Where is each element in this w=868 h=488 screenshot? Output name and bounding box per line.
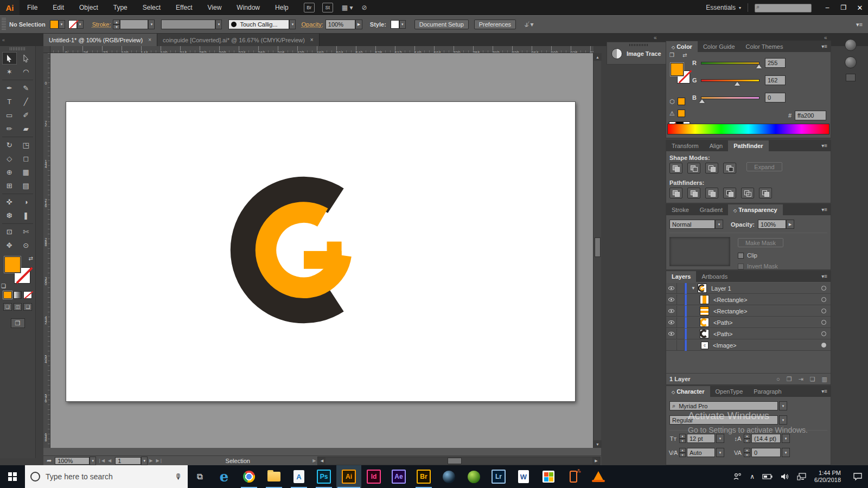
menu-view[interactable]: View bbox=[200, 0, 229, 15]
collapse-dock-icon[interactable]: « bbox=[654, 35, 657, 41]
shaper-tool[interactable]: ✏ bbox=[2, 123, 17, 135]
opacity-field[interactable]: 100% bbox=[758, 220, 786, 229]
dock-collapse-icon[interactable]: « bbox=[0, 34, 43, 46]
tab-color[interactable]: ◇Color bbox=[666, 41, 698, 52]
screen-mode-button[interactable]: ❐ bbox=[11, 318, 25, 328]
panel-menu-icon[interactable]: ▾≡ bbox=[856, 21, 863, 28]
panel-menu-icon[interactable]: ▾≡ bbox=[821, 271, 831, 282]
green-slider[interactable] bbox=[701, 79, 760, 82]
magic-wand-tool[interactable]: ✶ bbox=[2, 66, 17, 78]
align-glyphs-icon[interactable]: ⫝̸ ▾ bbox=[525, 21, 534, 28]
taskbar-bridge[interactable]: Br bbox=[411, 465, 436, 488]
close-button[interactable]: ✕ bbox=[852, 2, 868, 14]
taskbar-vlc[interactable] bbox=[586, 465, 611, 488]
close-icon[interactable]: × bbox=[310, 37, 314, 43]
vertical-ruler[interactable]: 72072144216288360432504576648 bbox=[43, 53, 50, 458]
scrollbar-thumb[interactable] bbox=[595, 237, 601, 257]
scroll-up-icon[interactable]: ▲ bbox=[593, 53, 602, 61]
scroll-right-icon[interactable]: ▶ bbox=[592, 457, 600, 465]
layer-name[interactable]: <Rectangle> bbox=[713, 308, 747, 314]
shape-builder-tool[interactable]: ⊕ bbox=[2, 166, 17, 178]
sync-disabled-icon[interactable]: ⊘ bbox=[361, 4, 367, 11]
minimize-button[interactable]: – bbox=[819, 2, 835, 14]
outline-button[interactable] bbox=[741, 188, 754, 198]
lasso-tool[interactable]: ◠ bbox=[18, 66, 33, 78]
tab-opentype[interactable]: OpenType bbox=[710, 386, 749, 397]
panel-menu-icon[interactable]: ▾≡ bbox=[821, 386, 831, 397]
minus-front-button[interactable] bbox=[687, 163, 700, 174]
collapsed-panel-icon[interactable] bbox=[846, 74, 856, 81]
collapse-dock-icon[interactable]: « bbox=[824, 35, 827, 41]
restore-button[interactable]: ❐ bbox=[835, 2, 852, 14]
column-graph-tool[interactable]: ❚ bbox=[18, 209, 33, 222]
visibility-toggle[interactable] bbox=[666, 329, 677, 339]
scale-tool[interactable]: ◳ bbox=[18, 139, 33, 151]
last-artboard-icon[interactable]: ▶❘ bbox=[156, 458, 163, 463]
eraser-tool[interactable]: ▰ bbox=[18, 123, 33, 135]
zoom-tool[interactable]: ⊙ bbox=[18, 239, 33, 252]
arrange-documents-icon[interactable]: ▦ ▾ bbox=[342, 4, 353, 11]
document-tab-1[interactable]: Untitled-1* @ 100% (RGB/Preview) × bbox=[43, 34, 157, 46]
next-artboard-icon[interactable]: ▶ bbox=[149, 458, 152, 463]
lock-cell[interactable] bbox=[677, 317, 685, 328]
scroll-left-icon[interactable]: ◀ bbox=[318, 457, 326, 465]
tab-layers[interactable]: Layers bbox=[666, 271, 696, 282]
preferences-button[interactable]: Preferences bbox=[474, 20, 516, 29]
aperture-panel-icon[interactable] bbox=[845, 56, 857, 68]
horizontal-scrollbar[interactable]: ◀ ▶ bbox=[317, 457, 601, 465]
lock-cell[interactable] bbox=[677, 340, 685, 351]
leading-field[interactable]: (14.4 pt) bbox=[751, 434, 781, 443]
type-tool[interactable]: T bbox=[2, 95, 17, 108]
tracking-stepper[interactable]: ▲▼ bbox=[744, 448, 750, 457]
tab-gradient[interactable]: Gradient bbox=[694, 204, 728, 215]
layer-row[interactable]: <Rectangle> bbox=[666, 306, 831, 317]
gradient-tool[interactable]: ▤ bbox=[18, 179, 33, 192]
zoom-level-field[interactable]: 100% bbox=[55, 457, 90, 465]
swap-fill-stroke-icon[interactable]: ⇄ bbox=[29, 255, 33, 261]
make-mask-icon[interactable]: ❐ bbox=[787, 376, 792, 383]
slider-handle[interactable] bbox=[699, 99, 705, 103]
rotate-tool[interactable]: ↻ bbox=[2, 139, 17, 151]
status-menu-icon[interactable]: ▶ bbox=[312, 458, 316, 463]
target-circle[interactable] bbox=[821, 320, 826, 325]
tab-color-guide[interactable]: Color Guide bbox=[698, 41, 741, 52]
new-layer-icon[interactable]: ❏ bbox=[810, 376, 815, 383]
fill-swatch[interactable] bbox=[671, 63, 684, 76]
tab-character[interactable]: ◇Character bbox=[666, 386, 710, 397]
curvature-tool[interactable]: ✎ bbox=[18, 82, 33, 94]
chevron-down-icon[interactable]: ▾ bbox=[215, 20, 222, 29]
layer-name[interactable]: Layer 1 bbox=[711, 285, 731, 292]
taskbar-photoshop[interactable]: Ps bbox=[311, 465, 336, 488]
chevron-down-icon[interactable]: ▾ bbox=[716, 448, 724, 457]
draw-inside-button[interactable]: ❑ bbox=[23, 303, 32, 311]
kerning-field[interactable]: Auto bbox=[687, 448, 715, 457]
tab-stroke[interactable]: Stroke bbox=[666, 204, 694, 215]
battery-icon[interactable] bbox=[762, 473, 773, 480]
width-tool[interactable]: ◇ bbox=[2, 152, 17, 165]
image-trace-panel[interactable]: Image Trace bbox=[607, 42, 671, 65]
visibility-toggle[interactable] bbox=[666, 283, 677, 294]
target-circle[interactable] bbox=[821, 331, 826, 336]
menu-edit[interactable]: Edit bbox=[45, 0, 72, 15]
blue-slider[interactable] bbox=[701, 97, 760, 99]
width-profile-dropdown[interactable] bbox=[161, 20, 215, 29]
chevron-down-icon[interactable]: ▾ bbox=[779, 415, 787, 425]
tab-pathfinder[interactable]: Pathfinder bbox=[728, 140, 768, 151]
taskbar-lightroom[interactable]: Lr bbox=[486, 465, 511, 488]
new-sublayer-icon[interactable]: ⇥ bbox=[799, 376, 803, 383]
layer-name[interactable]: <Image> bbox=[713, 342, 736, 349]
blend-tool[interactable]: ◑ bbox=[18, 196, 33, 208]
swap-colors-icon[interactable]: ⇄ bbox=[682, 52, 687, 58]
blend-mode-dropdown[interactable]: Normal bbox=[669, 220, 715, 229]
search-input[interactable] bbox=[755, 4, 812, 12]
lock-cell[interactable] bbox=[677, 294, 685, 305]
start-button[interactable] bbox=[0, 465, 25, 488]
kerning-stepper[interactable]: ▲▼ bbox=[679, 448, 686, 457]
slider-handle[interactable] bbox=[756, 65, 762, 68]
duplicate-icon[interactable]: ❐ bbox=[669, 52, 674, 58]
font-size-field[interactable]: 12 pt bbox=[687, 434, 715, 443]
stroke-weight-stepper[interactable]: ▲▼ bbox=[113, 20, 120, 29]
draw-behind-button[interactable]: ◫ bbox=[14, 303, 22, 311]
tab-transform[interactable]: Transform bbox=[666, 140, 704, 151]
network-icon[interactable] bbox=[797, 473, 807, 480]
